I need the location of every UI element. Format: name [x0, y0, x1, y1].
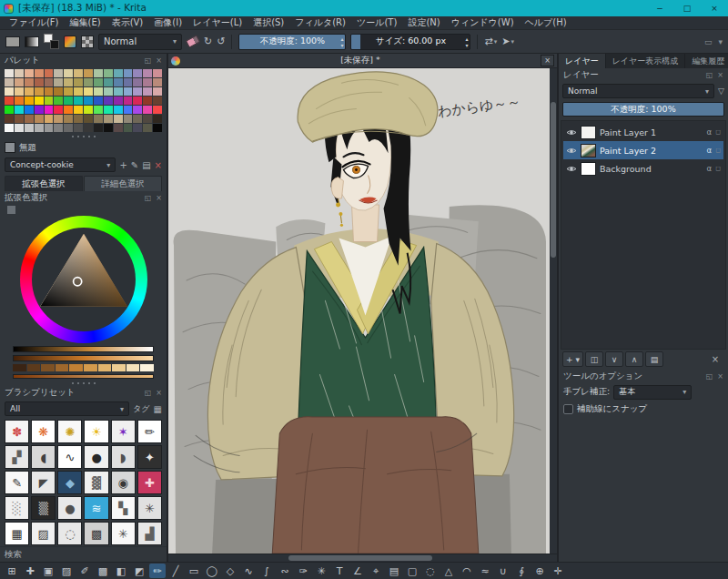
- close-docker-icon[interactable]: ×: [717, 372, 723, 381]
- palette-swatch[interactable]: [84, 106, 93, 114]
- palette-swatch[interactable]: [35, 87, 44, 96]
- menu-item[interactable]: ヘルプ(H): [520, 16, 572, 29]
- hue-ramp[interactable]: [13, 374, 154, 379]
- palette-swatch[interactable]: [64, 87, 73, 96]
- brush-preset[interactable]: ✺: [57, 420, 82, 443]
- zoom-tool[interactable]: ⊕: [531, 564, 548, 578]
- palette-swatch[interactable]: [84, 96, 93, 105]
- palette-swatch[interactable]: [104, 106, 113, 114]
- palette-swatch[interactable]: [25, 96, 34, 105]
- brush-preset[interactable]: ◖: [31, 445, 56, 469]
- similar-select-tool[interactable]: ≈: [477, 564, 493, 578]
- palette-swatch[interactable]: [25, 87, 34, 96]
- brush-preset[interactable]: ◤: [31, 471, 56, 494]
- shade-swatch[interactable]: [126, 364, 140, 371]
- measure-tool[interactable]: ∠: [349, 564, 366, 578]
- pan-tool[interactable]: ✛: [550, 564, 566, 578]
- palette-swatch[interactable]: [74, 69, 83, 77]
- shade-swatch[interactable]: [98, 364, 112, 371]
- move-layer-up-button[interactable]: ∧: [625, 351, 643, 367]
- ellipse-select-tool[interactable]: ◌: [422, 564, 439, 578]
- dynamic-brush-tool[interactable]: ✑: [295, 564, 311, 578]
- brush-preset[interactable]: ▩: [84, 522, 108, 545]
- layer-row[interactable]: Paint Layer 1 α ◻: [563, 123, 723, 141]
- bezier-select-tool[interactable]: ∮: [513, 564, 530, 578]
- close-document-button[interactable]: ×: [541, 55, 554, 66]
- palette-swatch[interactable]: [124, 78, 133, 86]
- palette-swatch[interactable]: [74, 96, 83, 105]
- palette-swatch[interactable]: [133, 96, 142, 105]
- layer-opacity-slider[interactable]: 不透明度: 100%: [562, 102, 724, 117]
- palette-swatch[interactable]: [94, 69, 103, 77]
- palette-swatch[interactable]: [45, 87, 54, 96]
- close-docker-icon[interactable]: ×: [717, 71, 723, 79]
- freehand-select-tool[interactable]: ◠: [459, 564, 475, 578]
- bezier-tool[interactable]: ∫: [258, 564, 275, 578]
- menu-item[interactable]: ツール(T): [351, 16, 402, 29]
- tab-layers[interactable]: レイヤー: [559, 54, 606, 68]
- palette-swatch[interactable]: [25, 78, 34, 86]
- layer-thumbnail[interactable]: [581, 126, 596, 139]
- menu-item[interactable]: ファイル(F): [4, 16, 65, 29]
- palette-swatch[interactable]: [25, 106, 34, 114]
- palette-swatch[interactable]: [153, 96, 162, 105]
- palette-swatch[interactable]: [5, 106, 14, 114]
- palette-swatch[interactable]: [133, 87, 142, 96]
- brush-preset[interactable]: ✶: [111, 420, 136, 443]
- close-button[interactable]: ×: [701, 0, 728, 16]
- brush-preset[interactable]: ∿: [57, 445, 82, 469]
- palette-swatch[interactable]: [35, 96, 44, 105]
- brush-preset[interactable]: ✎: [5, 471, 29, 494]
- palette-swatch[interactable]: [45, 124, 54, 132]
- palette-swatch[interactable]: [94, 78, 103, 86]
- float-docker-icon[interactable]: ◱: [706, 372, 713, 381]
- shade-swatch[interactable]: [84, 364, 97, 371]
- brush-preset[interactable]: ▚: [111, 496, 136, 520]
- palette-swatch[interactable]: [133, 106, 142, 114]
- palette-swatch[interactable]: [35, 124, 44, 132]
- brush-preset[interactable]: ◗: [111, 445, 136, 469]
- palette-swatch[interactable]: [133, 69, 142, 77]
- alpha-lock-icon[interactable]: α: [707, 164, 713, 173]
- minimize-button[interactable]: −: [646, 0, 673, 16]
- palette-swatch[interactable]: [104, 124, 113, 132]
- palette-swatch[interactable]: [114, 115, 123, 123]
- blend-mode-dropdown[interactable]: Normal ▾: [98, 34, 182, 50]
- palette-swatch[interactable]: [94, 115, 103, 123]
- palette-swatch[interactable]: [15, 124, 24, 132]
- brush-preset[interactable]: ✳: [111, 522, 136, 545]
- shade-swatch[interactable]: [112, 364, 126, 371]
- palette-swatch[interactable]: [5, 87, 14, 96]
- color-wheel[interactable]: [20, 216, 147, 343]
- palette-swatch[interactable]: [84, 69, 93, 77]
- layer-properties-button[interactable]: ▤: [645, 351, 663, 367]
- polygon-tool[interactable]: ◇: [222, 564, 238, 578]
- close-docker-icon[interactable]: ×: [156, 194, 162, 202]
- brush-size-slider[interactable]: サイズ: 60.00 px ▴▾: [350, 34, 470, 50]
- snap-checkbox[interactable]: [563, 404, 573, 414]
- eraser-mode-icon[interactable]: [186, 35, 201, 48]
- maximize-button[interactable]: □: [673, 0, 701, 16]
- palette-swatch[interactable]: [153, 124, 162, 132]
- polygon-select-tool[interactable]: △: [440, 564, 457, 578]
- palette-swatch[interactable]: [54, 69, 63, 77]
- palette-swatch[interactable]: [64, 124, 73, 132]
- palette-swatch[interactable]: [114, 124, 123, 132]
- palette-swatch[interactable]: [104, 96, 113, 105]
- palette-swatch[interactable]: [74, 124, 83, 132]
- palette-swatch[interactable]: [143, 124, 152, 132]
- palette-swatch[interactable]: [25, 124, 34, 132]
- menu-item[interactable]: ウィンドウ(W): [446, 16, 520, 29]
- palette-swatch[interactable]: [15, 115, 24, 123]
- line-tool[interactable]: ╱: [167, 564, 184, 578]
- brush-preset[interactable]: ✦: [137, 445, 162, 469]
- palette-swatch[interactable]: [84, 124, 93, 132]
- duplicate-layer-button[interactable]: ◫: [585, 351, 603, 367]
- palette-swatch[interactable]: [153, 106, 162, 114]
- float-docker-icon[interactable]: ◱: [145, 194, 152, 202]
- palette-swatch[interactable]: [143, 106, 152, 114]
- layer-row[interactable]: Paint Layer 2 α ◻: [563, 141, 723, 159]
- fill-tool[interactable]: ◧: [113, 564, 129, 578]
- palette-swatch[interactable]: [94, 124, 103, 132]
- layer-props-icon[interactable]: ◻: [715, 128, 721, 136]
